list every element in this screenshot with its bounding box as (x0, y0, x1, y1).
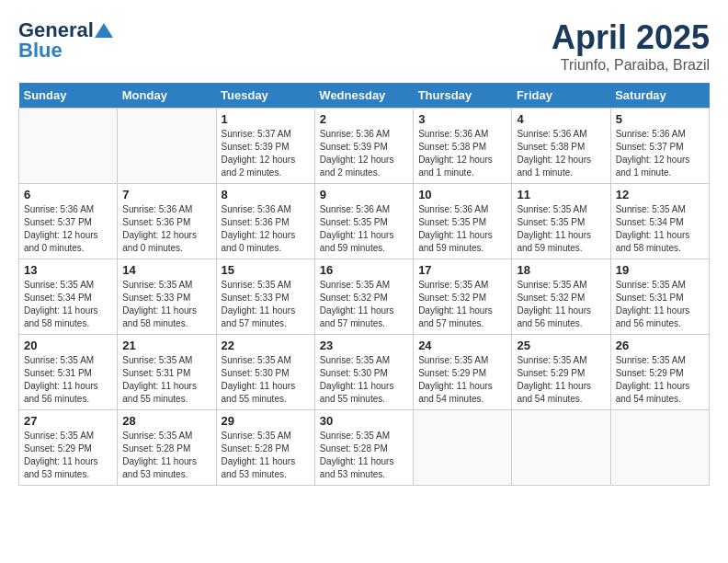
day-number: 25 (517, 339, 605, 352)
day-of-week-header: Thursday (414, 83, 512, 109)
calendar-week-row: 27Sunrise: 5:35 AM Sunset: 5:29 PM Dayli… (19, 410, 710, 486)
calendar-cell: 14Sunrise: 5:35 AM Sunset: 5:33 PM Dayli… (118, 259, 216, 335)
calendar-cell: 15Sunrise: 5:35 AM Sunset: 5:33 PM Dayli… (216, 259, 314, 335)
day-detail: Sunrise: 5:36 AM Sunset: 5:38 PM Dayligh… (517, 128, 605, 179)
calendar-week-row: 20Sunrise: 5:35 AM Sunset: 5:31 PM Dayli… (19, 335, 710, 410)
day-detail: Sunrise: 5:35 AM Sunset: 5:35 PM Dayligh… (517, 203, 605, 255)
calendar-cell: 4Sunrise: 5:36 AM Sunset: 5:38 PM Daylig… (512, 109, 610, 184)
calendar-cell: 16Sunrise: 5:35 AM Sunset: 5:32 PM Dayli… (314, 259, 413, 335)
calendar-cell: 21Sunrise: 5:35 AM Sunset: 5:31 PM Dayli… (118, 335, 216, 410)
calendar-cell: 10Sunrise: 5:36 AM Sunset: 5:35 PM Dayli… (414, 184, 512, 259)
calendar-cell (118, 109, 216, 184)
calendar-cell: 18Sunrise: 5:35 AM Sunset: 5:32 PM Dayli… (512, 259, 610, 335)
calendar-cell: 27Sunrise: 5:35 AM Sunset: 5:29 PM Dayli… (19, 410, 118, 486)
calendar-cell (414, 410, 512, 486)
day-number: 2 (320, 112, 408, 126)
day-number: 8 (222, 188, 310, 201)
day-number: 6 (24, 188, 112, 201)
day-of-week-header: Monday (118, 83, 216, 109)
day-number: 17 (418, 263, 506, 277)
title-area: April 2025 Triunfo, Paraiba, Brazil (552, 18, 710, 74)
day-number: 23 (320, 339, 408, 352)
calendar-header: SundayMondayTuesdayWednesdayThursdayFrid… (19, 83, 710, 109)
calendar-cell: 23Sunrise: 5:35 AM Sunset: 5:30 PM Dayli… (314, 335, 413, 410)
calendar-cell: 20Sunrise: 5:35 AM Sunset: 5:31 PM Dayli… (19, 335, 118, 410)
day-number: 30 (320, 414, 408, 428)
calendar-cell: 29Sunrise: 5:35 AM Sunset: 5:28 PM Dayli… (216, 410, 314, 486)
day-number: 27 (24, 414, 112, 428)
day-number: 9 (320, 188, 408, 201)
calendar-cell: 2Sunrise: 5:36 AM Sunset: 5:39 PM Daylig… (314, 109, 413, 184)
day-of-week-header: Sunday (19, 83, 118, 109)
day-number: 1 (222, 112, 310, 126)
calendar-cell: 25Sunrise: 5:35 AM Sunset: 5:29 PM Dayli… (512, 335, 610, 410)
calendar-cell (19, 109, 118, 184)
day-detail: Sunrise: 5:36 AM Sunset: 5:37 PM Dayligh… (616, 128, 704, 179)
calendar-cell: 22Sunrise: 5:35 AM Sunset: 5:30 PM Dayli… (216, 335, 314, 410)
calendar-cell: 1Sunrise: 5:37 AM Sunset: 5:39 PM Daylig… (216, 109, 314, 184)
day-detail: Sunrise: 5:35 AM Sunset: 5:31 PM Dayligh… (122, 354, 210, 406)
day-number: 19 (616, 263, 704, 277)
day-detail: Sunrise: 5:35 AM Sunset: 5:34 PM Dayligh… (616, 203, 704, 255)
day-number: 13 (24, 263, 112, 277)
day-detail: Sunrise: 5:35 AM Sunset: 5:32 PM Dayligh… (418, 279, 506, 330)
calendar-cell: 28Sunrise: 5:35 AM Sunset: 5:28 PM Dayli… (118, 410, 216, 486)
logo-blue: Blue (18, 39, 114, 63)
calendar-cell (512, 410, 610, 486)
day-detail: Sunrise: 5:35 AM Sunset: 5:28 PM Dayligh… (320, 430, 408, 481)
day-of-week-header: Saturday (610, 83, 709, 109)
day-number: 10 (418, 188, 506, 201)
svg-marker-0 (95, 23, 113, 38)
day-detail: Sunrise: 5:35 AM Sunset: 5:32 PM Dayligh… (320, 279, 408, 330)
calendar-subtitle: Triunfo, Paraiba, Brazil (552, 57, 710, 74)
calendar-cell: 12Sunrise: 5:35 AM Sunset: 5:34 PM Dayli… (610, 184, 709, 259)
day-number: 18 (517, 263, 605, 277)
day-detail: Sunrise: 5:36 AM Sunset: 5:35 PM Dayligh… (320, 203, 408, 255)
day-number: 22 (222, 339, 310, 352)
logo: General Blue (18, 18, 114, 63)
day-detail: Sunrise: 5:36 AM Sunset: 5:39 PM Dayligh… (320, 128, 408, 179)
calendar-cell: 19Sunrise: 5:35 AM Sunset: 5:31 PM Dayli… (610, 259, 709, 335)
day-detail: Sunrise: 5:35 AM Sunset: 5:29 PM Dayligh… (616, 354, 704, 406)
day-detail: Sunrise: 5:35 AM Sunset: 5:28 PM Dayligh… (222, 430, 310, 481)
day-number: 7 (122, 188, 210, 201)
calendar-title: April 2025 (552, 18, 710, 57)
calendar-cell: 24Sunrise: 5:35 AM Sunset: 5:29 PM Dayli… (414, 335, 512, 410)
calendar-cell: 30Sunrise: 5:35 AM Sunset: 5:28 PM Dayli… (314, 410, 413, 486)
day-of-week-header: Wednesday (314, 83, 413, 109)
day-number: 28 (122, 414, 210, 428)
day-detail: Sunrise: 5:36 AM Sunset: 5:35 PM Dayligh… (418, 203, 506, 255)
calendar-cell: 11Sunrise: 5:35 AM Sunset: 5:35 PM Dayli… (512, 184, 610, 259)
calendar-cell: 17Sunrise: 5:35 AM Sunset: 5:32 PM Dayli… (414, 259, 512, 335)
day-detail: Sunrise: 5:36 AM Sunset: 5:38 PM Dayligh… (418, 128, 506, 179)
calendar-cell: 8Sunrise: 5:36 AM Sunset: 5:36 PM Daylig… (216, 184, 314, 259)
day-detail: Sunrise: 5:36 AM Sunset: 5:37 PM Dayligh… (24, 203, 112, 255)
day-detail: Sunrise: 5:36 AM Sunset: 5:36 PM Dayligh… (222, 203, 310, 255)
day-number: 26 (616, 339, 704, 352)
day-detail: Sunrise: 5:35 AM Sunset: 5:30 PM Dayligh… (222, 354, 310, 406)
day-number: 12 (616, 188, 704, 201)
day-number: 16 (320, 263, 408, 277)
calendar-week-row: 6Sunrise: 5:36 AM Sunset: 5:37 PM Daylig… (19, 184, 710, 259)
day-number: 24 (418, 339, 506, 352)
day-detail: Sunrise: 5:35 AM Sunset: 5:28 PM Dayligh… (122, 430, 210, 481)
day-detail: Sunrise: 5:37 AM Sunset: 5:39 PM Dayligh… (222, 128, 310, 179)
calendar-cell: 5Sunrise: 5:36 AM Sunset: 5:37 PM Daylig… (610, 109, 709, 184)
day-detail: Sunrise: 5:35 AM Sunset: 5:34 PM Dayligh… (24, 279, 112, 330)
day-number: 3 (418, 112, 506, 126)
day-detail: Sunrise: 5:35 AM Sunset: 5:30 PM Dayligh… (320, 354, 408, 406)
day-number: 21 (122, 339, 210, 352)
logo-icon (95, 21, 113, 40)
day-detail: Sunrise: 5:36 AM Sunset: 5:36 PM Dayligh… (122, 203, 210, 255)
day-number: 11 (517, 188, 605, 201)
day-detail: Sunrise: 5:35 AM Sunset: 5:33 PM Dayligh… (222, 279, 310, 330)
day-number: 29 (222, 414, 310, 428)
calendar-cell: 26Sunrise: 5:35 AM Sunset: 5:29 PM Dayli… (610, 335, 709, 410)
day-detail: Sunrise: 5:35 AM Sunset: 5:31 PM Dayligh… (24, 354, 112, 406)
header: General Blue April 2025 Triunfo, Paraiba… (18, 18, 710, 74)
day-detail: Sunrise: 5:35 AM Sunset: 5:29 PM Dayligh… (418, 354, 506, 406)
day-number: 4 (517, 112, 605, 126)
day-number: 14 (122, 263, 210, 277)
calendar-table: SundayMondayTuesdayWednesdayThursdayFrid… (18, 83, 710, 486)
calendar-cell: 9Sunrise: 5:36 AM Sunset: 5:35 PM Daylig… (314, 184, 413, 259)
